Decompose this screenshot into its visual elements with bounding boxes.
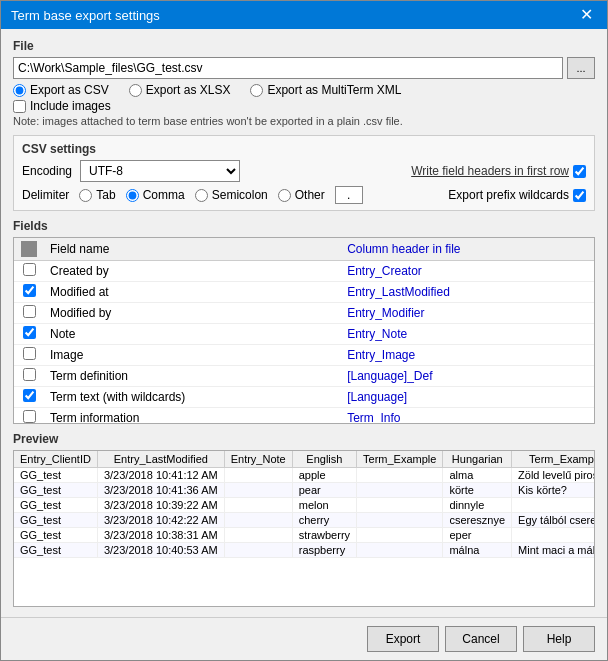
export-multiterm-radio[interactable] <box>250 84 263 97</box>
dialog: Term base export settings ✕ File ... Exp… <box>0 0 608 661</box>
row-checkbox-cell[interactable] <box>14 366 44 387</box>
row-checkbox-cell[interactable] <box>14 303 44 324</box>
table-row[interactable]: Note Entry_Note <box>14 324 594 345</box>
table-row[interactable]: Modified at Entry_LastModified <box>14 282 594 303</box>
field-name-cell: Created by <box>44 261 341 282</box>
field-name-cell: Modified by <box>44 303 341 324</box>
field-checkbox[interactable] <box>23 284 36 297</box>
file-label: File <box>13 39 595 53</box>
field-name-cell: Term information <box>44 408 341 425</box>
field-checkbox[interactable] <box>23 263 36 276</box>
field-checkbox[interactable] <box>23 347 36 360</box>
preview-cell <box>512 498 595 513</box>
fields-table-container[interactable]: Field name Column header in file Created… <box>13 237 595 424</box>
row-checkbox-cell[interactable] <box>14 282 44 303</box>
title-bar: Term base export settings ✕ <box>1 1 607 29</box>
list-item: GG_test3/23/2018 10:41:36 AMpearkörteKis… <box>14 483 595 498</box>
delimiter-semicolon[interactable]: Semicolon <box>195 188 268 202</box>
preview-cell <box>224 498 292 513</box>
field-checkbox[interactable] <box>23 326 36 339</box>
tab-radio[interactable] <box>79 189 92 202</box>
preview-col-header: Entry_ClientID <box>14 451 97 468</box>
field-checkbox[interactable] <box>23 389 36 402</box>
row-checkbox-cell[interactable] <box>14 408 44 425</box>
preview-table-body: GG_test3/23/2018 10:41:12 AMapplealmaZöl… <box>14 468 595 558</box>
preview-table-container[interactable]: Entry_ClientIDEntry_LastModifiedEntry_No… <box>13 450 595 607</box>
delimiter-options: Delimiter Tab Comma Semicolon <box>22 186 363 204</box>
file-path-input[interactable] <box>13 57 563 79</box>
export-xlsx-option[interactable]: Export as XLSX <box>129 83 231 97</box>
close-button[interactable]: ✕ <box>576 7 597 23</box>
list-item: GG_test3/23/2018 10:40:53 AMraspberrymál… <box>14 543 595 558</box>
field-name-cell: Note <box>44 324 341 345</box>
fields-check-col[interactable] <box>14 238 44 261</box>
semicolon-radio[interactable] <box>195 189 208 202</box>
preview-cell: strawberry <box>292 528 356 543</box>
preview-cell <box>357 513 443 528</box>
preview-cell: GG_test <box>14 513 97 528</box>
preview-cell: 3/23/2018 10:38:31 AM <box>97 528 224 543</box>
preview-cell <box>357 528 443 543</box>
delimiter-tab[interactable]: Tab <box>79 188 115 202</box>
header-checkbox-icon[interactable] <box>21 241 37 257</box>
preview-cell: GG_test <box>14 483 97 498</box>
delimiter-comma[interactable]: Comma <box>126 188 185 202</box>
images-note: Note: images attached to term base entri… <box>13 115 595 127</box>
export-xlsx-radio[interactable] <box>129 84 142 97</box>
preview-cell <box>224 483 292 498</box>
field-name-cell: Modified at <box>44 282 341 303</box>
field-checkbox[interactable] <box>23 368 36 381</box>
row-checkbox-cell[interactable] <box>14 345 44 366</box>
export-prefix-checkbox[interactable] <box>573 189 586 202</box>
comma-radio[interactable] <box>126 189 139 202</box>
column-header-cell: Entry_Creator <box>341 261 594 282</box>
field-checkbox[interactable] <box>23 410 36 423</box>
preview-cell: GG_test <box>14 468 97 483</box>
csv-delimiter-row: Delimiter Tab Comma Semicolon <box>22 186 586 204</box>
other-delimiter-input[interactable] <box>335 186 363 204</box>
field-checkbox[interactable] <box>23 305 36 318</box>
delimiter-other[interactable]: Other <box>278 188 325 202</box>
export-csv-option[interactable]: Export as CSV <box>13 83 109 97</box>
include-images-checkbox[interactable] <box>13 100 26 113</box>
preview-cell: 3/23/2018 10:42:22 AM <box>97 513 224 528</box>
table-row[interactable]: Term definition [Language]_Def <box>14 366 594 387</box>
write-field-checkbox[interactable] <box>573 165 586 178</box>
cancel-button[interactable]: Cancel <box>445 626 517 652</box>
column-header-cell: Entry_Image <box>341 345 594 366</box>
row-checkbox-cell[interactable] <box>14 261 44 282</box>
browse-button[interactable]: ... <box>567 57 595 79</box>
export-prefix-row: Export prefix wildcards <box>448 188 586 202</box>
csv-settings-label: CSV settings <box>22 142 586 156</box>
dialog-title: Term base export settings <box>11 8 160 23</box>
table-row[interactable]: Term text (with wildcards) [Language] <box>14 387 594 408</box>
other-radio[interactable] <box>278 189 291 202</box>
include-images-row: Include images <box>13 99 595 113</box>
preview-cell: cherry <box>292 513 356 528</box>
preview-cell: GG_test <box>14 543 97 558</box>
table-row[interactable]: Image Entry_Image <box>14 345 594 366</box>
export-button[interactable]: Export <box>367 626 439 652</box>
preview-cell: 3/23/2018 10:40:53 AM <box>97 543 224 558</box>
csv-settings-section: CSV settings Encoding UTF-8 Write field … <box>13 135 595 211</box>
preview-cell: alma <box>443 468 512 483</box>
encoding-select[interactable]: UTF-8 <box>80 160 240 182</box>
export-prefix-label: Export prefix wildcards <box>448 188 569 202</box>
export-csv-radio[interactable] <box>13 84 26 97</box>
list-item: GG_test3/23/2018 10:38:31 AMstrawberryep… <box>14 528 595 543</box>
preview-cell: eper <box>443 528 512 543</box>
preview-col-header: Term_Example <box>512 451 595 468</box>
help-button[interactable]: Help <box>523 626 595 652</box>
table-row[interactable]: Modified by Entry_Modifier <box>14 303 594 324</box>
preview-cell: málna <box>443 543 512 558</box>
table-row[interactable]: Created by Entry_Creator <box>14 261 594 282</box>
row-checkbox-cell[interactable] <box>14 387 44 408</box>
preview-cell: Zöld levelű piros al <box>512 468 595 483</box>
row-checkbox-cell[interactable] <box>14 324 44 345</box>
file-row: ... <box>13 57 595 79</box>
preview-table: Entry_ClientIDEntry_LastModifiedEntry_No… <box>14 451 595 558</box>
export-multiterm-label: Export as MultiTerm XML <box>267 83 401 97</box>
preview-col-header: Hungarian <box>443 451 512 468</box>
table-row[interactable]: Term information Term_Info <box>14 408 594 425</box>
export-multiterm-option[interactable]: Export as MultiTerm XML <box>250 83 401 97</box>
